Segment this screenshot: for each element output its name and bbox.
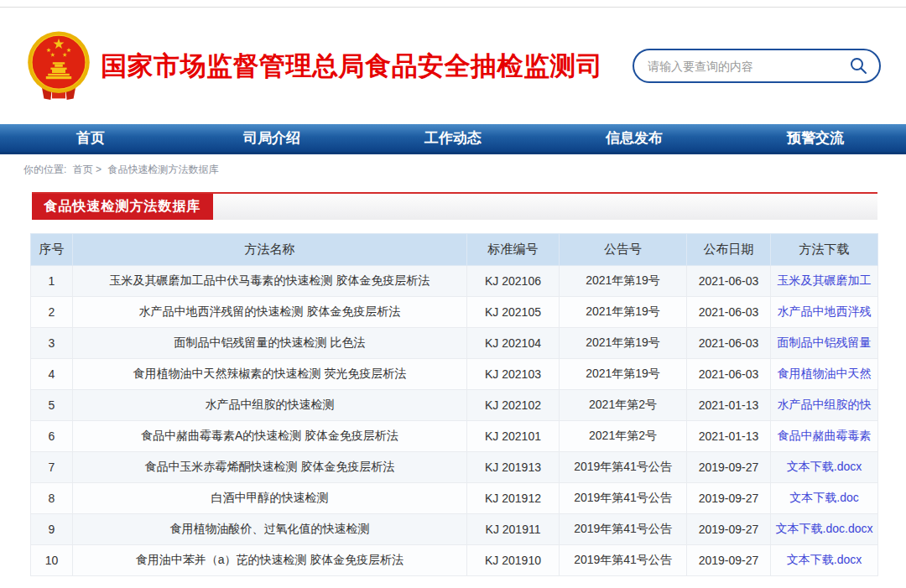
standard-code: KJ 202103 bbox=[467, 359, 560, 390]
download-cell: 文本下载.doc bbox=[771, 483, 878, 514]
download-cell: 文本下载.docx bbox=[771, 545, 878, 576]
breadcrumb: 你的位置: 首页 > 食品快速检测方法数据库 bbox=[0, 154, 906, 182]
download-cell: 文本下载.docx bbox=[771, 452, 878, 483]
row-number: 9 bbox=[31, 514, 73, 545]
notice-number: 2019年第41号公告 bbox=[560, 483, 687, 514]
table-header-row: 序号 方法名称 标准编号 公告号 公布日期 方法下载 bbox=[31, 234, 878, 266]
standard-code: KJ 202101 bbox=[467, 421, 560, 452]
national-emblem-icon bbox=[25, 29, 92, 104]
standard-code: KJ 202106 bbox=[467, 266, 560, 297]
download-link[interactable]: 文本下载.doc.docx bbox=[776, 522, 873, 535]
method-name: 食品中赭曲霉毒素A的快速检测 胶体金免疫层析法 bbox=[73, 421, 467, 452]
publish-date: 2021-06-03 bbox=[687, 297, 771, 328]
download-cell: 文本下载.doc.docx bbox=[771, 514, 878, 545]
notice-number: 2021年第19号 bbox=[560, 328, 687, 359]
standard-code: KJ 201910 bbox=[467, 545, 560, 576]
nav-item-work-news[interactable]: 工作动态 bbox=[362, 124, 544, 152]
table-row: 9 食用植物油酸价、过氧化值的快速检测 KJ 201911 2019年第41号公… bbox=[31, 514, 878, 545]
method-name: 水产品中地西泮残留的快速检测 胶体金免疫层析法 bbox=[73, 297, 467, 328]
nav-item-bureau-intro[interactable]: 司局介绍 bbox=[181, 124, 362, 152]
download-link[interactable]: 食用植物油中天然 bbox=[778, 367, 872, 380]
nav-item-home[interactable]: 首页 bbox=[0, 124, 181, 152]
publish-date: 2019-09-27 bbox=[687, 514, 771, 545]
notice-number: 2019年第41号公告 bbox=[560, 452, 687, 483]
method-name: 水产品中组胺的快速检测 bbox=[73, 390, 467, 421]
method-name: 食用油中苯并（a）芘的快速检测 胶体金免疫层析法 bbox=[73, 545, 467, 576]
section-title-tab: 食品快速检测方法数据库 bbox=[32, 194, 213, 220]
table-row: 3 面制品中铝残留量的快速检测 比色法 KJ 202104 2021年第19号 … bbox=[31, 328, 878, 359]
section-bar: 食品快速检测方法数据库 bbox=[32, 192, 877, 220]
publish-date: 2021-06-03 bbox=[687, 359, 771, 390]
notice-number: 2021年第2号 bbox=[560, 421, 687, 452]
publish-date: 2019-09-27 bbox=[687, 545, 771, 576]
download-link[interactable]: 水产品中地西泮残 bbox=[778, 304, 872, 318]
breadcrumb-home-link[interactable]: 首页 bbox=[73, 164, 93, 175]
download-link[interactable]: 水产品中组胺的快 bbox=[778, 398, 872, 411]
method-name: 面制品中铝残留量的快速检测 比色法 bbox=[73, 328, 467, 359]
download-cell: 食用植物油中天然 bbox=[771, 359, 878, 390]
publish-date: 2019-09-27 bbox=[687, 483, 771, 514]
download-cell: 玉米及其碾磨加工 bbox=[771, 266, 878, 297]
standard-code: KJ 202105 bbox=[467, 297, 560, 328]
download-cell: 水产品中地西泮残 bbox=[771, 297, 878, 328]
notice-number: 2019年第41号公告 bbox=[560, 545, 687, 576]
method-name: 食品中玉米赤霉烯酮快速检测 胶体金免疫层析法 bbox=[73, 452, 467, 483]
notice-number: 2021年第19号 bbox=[560, 297, 687, 328]
table-row: 1 玉米及其碾磨加工品中伏马毒素的快速检测 胶体金免疫层析法 KJ 202106… bbox=[31, 266, 878, 297]
standard-code: KJ 201912 bbox=[467, 483, 560, 514]
row-number: 1 bbox=[31, 266, 73, 297]
breadcrumb-separator: > bbox=[96, 164, 102, 175]
publish-date: 2021-06-03 bbox=[687, 328, 771, 359]
notice-number: 2021年第19号 bbox=[560, 359, 687, 390]
notice-number: 2021年第2号 bbox=[560, 390, 687, 421]
publish-date: 2019-09-27 bbox=[687, 452, 771, 483]
method-name: 白酒中甲醇的快速检测 bbox=[73, 483, 467, 514]
download-link[interactable]: 文本下载.doc bbox=[789, 491, 858, 504]
table-row: 7 食品中玉米赤霉烯酮快速检测 胶体金免疫层析法 KJ 201913 2019年… bbox=[31, 452, 878, 483]
publish-date: 2021-06-03 bbox=[687, 266, 771, 297]
download-link[interactable]: 面制品中铝残留量 bbox=[778, 336, 872, 349]
breadcrumb-prefix: 你的位置: bbox=[23, 164, 66, 175]
method-table: 序号 方法名称 标准编号 公告号 公布日期 方法下载 1 玉米及其碾磨加工品中伏… bbox=[30, 233, 878, 576]
method-name: 食用植物油中天然辣椒素的快速检测 荧光免疫层析法 bbox=[73, 359, 467, 390]
method-name: 玉米及其碾磨加工品中伏马毒素的快速检测 胶体金免疫层析法 bbox=[73, 266, 467, 297]
site-header: 国家市场监督管理总局食品安全抽检监测司 bbox=[0, 8, 906, 124]
row-number: 3 bbox=[31, 328, 73, 359]
standard-code: KJ 201911 bbox=[467, 514, 560, 545]
table-row: 6 食品中赭曲霉毒素A的快速检测 胶体金免疫层析法 KJ 202101 2021… bbox=[31, 421, 878, 452]
download-cell: 食品中赭曲霉毒素 bbox=[771, 421, 878, 452]
download-cell: 面制品中铝残留量 bbox=[771, 328, 878, 359]
search-icon[interactable] bbox=[847, 55, 869, 77]
method-name: 食用植物油酸价、过氧化值的快速检测 bbox=[73, 514, 467, 545]
row-number: 2 bbox=[31, 297, 73, 328]
col-standard-code: 标准编号 bbox=[467, 234, 560, 266]
row-number: 6 bbox=[31, 421, 73, 452]
download-link[interactable]: 食品中赭曲霉毒素 bbox=[778, 429, 872, 442]
notice-number: 2021年第19号 bbox=[560, 266, 687, 297]
download-cell: 水产品中组胺的快 bbox=[771, 390, 878, 421]
download-link[interactable]: 文本下载.docx bbox=[787, 460, 862, 473]
nav-item-warning-exchange[interactable]: 预警交流 bbox=[725, 124, 906, 152]
publish-date: 2021-01-13 bbox=[687, 421, 771, 452]
site-title: 国家市场监督管理总局食品安全抽检监测司 bbox=[101, 49, 603, 84]
main-nav: 首页 司局介绍 工作动态 信息发布 预警交流 bbox=[0, 124, 906, 154]
col-publish-date: 公布日期 bbox=[687, 234, 771, 266]
table-row: 10 食用油中苯并（a）芘的快速检测 胶体金免疫层析法 KJ 201910 20… bbox=[31, 545, 878, 576]
row-number: 5 bbox=[31, 390, 73, 421]
breadcrumb-current: 食品快速检测方法数据库 bbox=[107, 164, 218, 175]
search-input[interactable] bbox=[648, 60, 847, 73]
download-link[interactable]: 文本下载.docx bbox=[787, 553, 862, 566]
nav-item-info-release[interactable]: 信息发布 bbox=[544, 124, 725, 152]
col-seq: 序号 bbox=[31, 234, 73, 266]
notice-number: 2019年第41号公告 bbox=[560, 514, 687, 545]
page: 国家市场监督管理总局食品安全抽检监测司 首页 司局介绍 工作动态 信息发布 预警… bbox=[0, 0, 906, 588]
download-link[interactable]: 玉米及其碾磨加工 bbox=[778, 273, 872, 287]
table-row: 8 白酒中甲醇的快速检测 KJ 201912 2019年第41号公告 2019-… bbox=[31, 483, 878, 514]
row-number: 7 bbox=[31, 452, 73, 483]
col-notice-number: 公告号 bbox=[560, 234, 687, 266]
col-download: 方法下载 bbox=[771, 234, 878, 266]
row-number: 8 bbox=[31, 483, 73, 514]
table-row: 5 水产品中组胺的快速检测 KJ 202102 2021年第2号 2021-01… bbox=[31, 390, 878, 421]
standard-code: KJ 202104 bbox=[467, 328, 560, 359]
standard-code: KJ 201913 bbox=[467, 452, 560, 483]
